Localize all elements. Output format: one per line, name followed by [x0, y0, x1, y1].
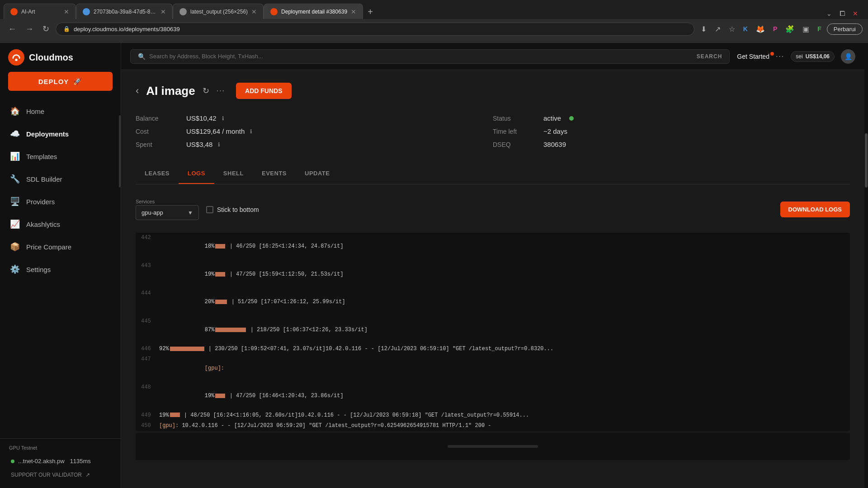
sidebar-item-settings[interactable]: ⚙️ Settings — [0, 258, 121, 281]
time-left-row: Time left ~2 days — [493, 125, 850, 138]
search-input[interactable] — [149, 53, 693, 60]
info-grid: Balance US$10,42 ℹ Cost US$129,64 / mont… — [136, 112, 850, 151]
status-value: active — [543, 114, 561, 122]
tab-close-3[interactable]: ✕ — [251, 8, 257, 15]
sidebar-item-label-providers: Providers — [26, 198, 55, 206]
share-icon[interactable]: ↗ — [712, 23, 723, 35]
refresh-button[interactable]: ↻ — [203, 86, 209, 96]
line-number: 450 — [141, 422, 159, 430]
log-line-450: 450 [gpu]: 10.42.0.116 - - [12/Jul/2023 … — [136, 421, 850, 431]
deploy-button[interactable]: DEPLOY 🚀 — [8, 72, 113, 91]
sidebar-item-label-price: Price Compare — [26, 243, 71, 251]
sidebar-item-label-settings: Settings — [26, 266, 51, 273]
log-content: 92% | 230/250 [1:09:52<07:41, 23.07s/it]… — [159, 345, 844, 353]
tab-favicon-1 — [10, 8, 18, 15]
sidebar-item-label-deployments: Deployments — [26, 130, 69, 138]
sidebar-item-akashlytics[interactable]: 📈 Akashlytics — [0, 213, 121, 235]
more-options-btn[interactable]: ··· — [217, 87, 225, 95]
sidebar-item-providers[interactable]: 🖥️ Providers — [0, 190, 121, 213]
line-number: 443 — [141, 262, 159, 288]
deploy-label: DEPLOY — [38, 78, 69, 85]
support-validator-link[interactable]: SUPPORT OUR VALIDATOR ↗ — [7, 468, 113, 482]
sidebar-item-sdl-builder[interactable]: 🔧 SDL Builder — [0, 168, 121, 190]
sei-label: sei — [796, 53, 802, 60]
terminal-output: 442 18% | 46/250 [16:25<1:24:34, 24.87s/… — [136, 233, 850, 431]
gpu-testnet-label: GPU Testnet — [7, 445, 113, 450]
dseq-value: 380639 — [543, 141, 566, 148]
tab-title-2: 27073b0a-39a8-47d5-8a1b-b8e... — [94, 9, 157, 15]
right-scrollbar[interactable] — [864, 43, 868, 488]
cost-info-icon[interactable]: ℹ — [250, 128, 252, 135]
reload-navigation[interactable]: ↻ — [40, 22, 52, 36]
sidebar-item-templates[interactable]: 📊 Templates — [0, 145, 121, 168]
search-bar-container[interactable]: 🔍 SEARCH — [130, 49, 730, 64]
tab-favicon-2 — [83, 8, 90, 15]
main-area: 🔍 SEARCH Get Started ··· sei US$14,06 👤 — [121, 43, 864, 488]
window-close[interactable]: ✕ — [850, 8, 861, 19]
browser-tab-2[interactable]: 27073b0a-39a8-47d5-8a1b-b8e... ✕ — [76, 4, 173, 19]
address-bar[interactable]: 🔒 deploy.cloudmos.io/deployments/380639 — [56, 23, 694, 36]
more-options-button[interactable]: ··· — [776, 52, 784, 61]
sidebar-item-price-compare[interactable]: 📦 Price Compare — [0, 235, 121, 258]
bookmark-icon[interactable]: ☆ — [726, 23, 738, 35]
back-navigation[interactable]: ← — [5, 23, 19, 36]
currency-badge: sei US$14,06 — [791, 51, 835, 62]
tab-title-3: latest_output (256×256) — [190, 9, 248, 15]
add-funds-button[interactable]: ADD FUNDS — [236, 83, 291, 99]
stick-to-bottom-text: Stick to bottom — [217, 206, 259, 213]
extension-k-icon[interactable]: K — [741, 23, 750, 34]
spent-info-icon[interactable]: ℹ — [218, 141, 220, 148]
tab-shell[interactable]: SHELL — [214, 164, 253, 184]
stick-to-bottom-checkbox[interactable] — [206, 206, 213, 213]
sidebar-item-home[interactable]: 🏠 Home — [0, 100, 121, 122]
tab-events[interactable]: EVENTS — [253, 164, 296, 184]
tab-update[interactable]: UPDATE — [296, 164, 339, 184]
sidebar: Cloudmos DEPLOY 🚀 🏠 Home ☁️ Deployments … — [0, 43, 121, 488]
log-line-442: 442 18% | 46/250 [16:25<1:24:34, 24.87s/… — [136, 233, 850, 261]
line-number: 442 — [141, 234, 159, 260]
network-node-text: ...tnet-02.aksh.pw — [18, 458, 65, 465]
search-button[interactable]: SEARCH — [697, 53, 722, 60]
extension-puzzle-icon[interactable]: 🧩 — [783, 23, 797, 35]
browser-tab-1[interactable]: AI-Art ✕ — [4, 4, 76, 19]
log-line-443: 443 19% | 47/250 [15:59<1:12:50, 21.53s/… — [136, 261, 850, 289]
stick-to-bottom-label[interactable]: Stick to bottom — [206, 206, 259, 213]
tab-title-4: Deployment detail #380639 — [281, 9, 347, 15]
log-content: 87% | 218/250 [1:06:37<12:26, 23.33s/it] — [159, 317, 844, 343]
toolbar-actions: ⬇ ↗ ☆ K 🦊 P 🧩 ▣ F Perbarui — [698, 23, 863, 35]
get-started-link[interactable]: Get Started — [737, 53, 769, 60]
browser-tab-4[interactable]: Deployment detail #380639 ✕ — [264, 4, 363, 19]
log-line-448: 448 19% | 47/250 [16:46<1:20:43, 23.86s/… — [136, 382, 850, 410]
services-select[interactable]: gpu-app ▼ — [136, 205, 199, 220]
extension-p-icon[interactable]: P — [770, 23, 780, 34]
tab-leases[interactable]: LEASES — [136, 164, 179, 184]
log-content: 18% | 46/250 [16:25<1:24:34, 24.87s/it] — [159, 234, 844, 260]
download-logs-button[interactable]: DOWNLOAD LOGS — [780, 202, 850, 217]
tab-close-1[interactable]: ✕ — [64, 8, 69, 15]
tab-close-4[interactable]: ✕ — [351, 8, 356, 15]
tab-logs[interactable]: LOGS — [179, 164, 214, 184]
window-minimize[interactable]: ⌄ — [824, 8, 835, 19]
window-maximize[interactable]: ⧠ — [836, 8, 848, 19]
extension-fox-icon[interactable]: 🦊 — [753, 23, 768, 35]
svg-point-1 — [15, 59, 17, 61]
scrollbar-thumb[interactable] — [865, 133, 868, 188]
back-button[interactable]: ‹ — [136, 85, 139, 97]
balance-info-icon[interactable]: ℹ — [222, 115, 224, 122]
tab-close-2[interactable]: ✕ — [160, 8, 166, 15]
service-selected-value: gpu-app — [142, 209, 163, 216]
browser-tab-3[interactable]: latest_output (256×256) ✕ — [173, 4, 264, 19]
forward-navigation[interactable]: → — [23, 23, 36, 36]
status-label: Status — [493, 115, 538, 122]
user-avatar[interactable]: 👤 — [841, 49, 855, 64]
spent-value: US$3,48 — [186, 141, 212, 148]
new-tab-button[interactable]: + — [365, 5, 376, 19]
cost-label: Cost — [136, 128, 181, 135]
sidebar-nav: 🏠 Home ☁️ Deployments 📊 Templates 🔧 SDL … — [0, 96, 121, 438]
sidebar-scrollbar[interactable] — [119, 115, 121, 188]
perbarui-button[interactable]: Perbarui — [827, 23, 863, 35]
browser-layout-icon[interactable]: ▣ — [800, 23, 812, 35]
downloads-icon[interactable]: ⬇ — [698, 23, 709, 35]
profile-f-icon[interactable]: F — [815, 23, 824, 34]
sidebar-item-deployments[interactable]: ☁️ Deployments — [0, 122, 121, 145]
